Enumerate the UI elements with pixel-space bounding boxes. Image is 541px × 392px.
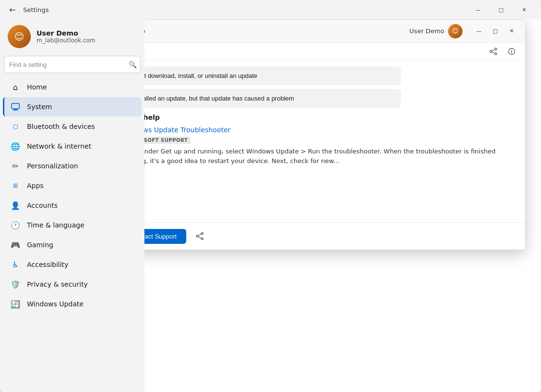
navigation: ⌂ Home System ⬡ Bluetooth & dev [0, 77, 144, 314]
sidebar-item-accounts[interactable]: 👤 Accounts [3, 196, 142, 215]
user-name: User Demo [37, 29, 95, 37]
sidebar-item-system[interactable]: System [3, 97, 142, 116]
sidebar-item-label: Windows Update [27, 300, 84, 308]
sidebar-item-label: Apps [27, 182, 44, 190]
sidebar-item-gaming[interactable]: 🎮 Gaming [3, 235, 142, 254]
dialog-title: Get Help [144, 27, 145, 35]
accessibility-icon: ♿ [11, 260, 20, 269]
minimize-button[interactable]: — [467, 2, 489, 17]
search-icon: 🔍 [129, 61, 137, 68]
sidebar-item-label: Network & internet [27, 142, 91, 150]
svg-point-13 [201, 238, 203, 240]
dialog-close-button[interactable]: ✕ [504, 25, 519, 38]
more-help-title: More help [144, 114, 515, 121]
time-icon: 🕐 [11, 220, 20, 230]
help-source-badge: MICROSOFT SUPPORT [144, 137, 191, 144]
windows-update-troubleshooter-link[interactable]: Windows Update Troubleshooter [144, 126, 515, 134]
apps-icon: ⊞ [11, 181, 20, 190]
dialog-window-controls: — □ ✕ [471, 25, 519, 38]
search-container: 🔍 [4, 56, 141, 73]
settings-window: ← Settings — □ ✕ 😊 User Demo m_lab@outlo… [0, 0, 541, 392]
svg-rect-2 [13, 110, 18, 111]
suggestion-download-button[interactable]: I can't download, install, or uninstall … [144, 66, 401, 85]
svg-line-7 [492, 52, 495, 53]
back-button[interactable]: ← [6, 3, 19, 16]
sidebar-item-privacy[interactable]: 🛡️ Privacy & security [3, 275, 142, 294]
sidebar-item-label: Personalization [27, 162, 78, 170]
get-help-overlay: Get Help User Demo 😊 — □ ✕ [144, 19, 541, 392]
help-description: Next, under Get up and running, select W… [144, 147, 515, 165]
user-profile: 😊 User Demo m_lab@outlook.com [0, 19, 144, 56]
svg-point-11 [201, 233, 203, 235]
sidebar-item-label: Accounts [27, 202, 58, 209]
svg-line-6 [492, 50, 495, 51]
dialog-toolbar [144, 43, 525, 61]
user-email: m_lab@outlook.com [37, 37, 95, 44]
avatar: 😊 [8, 25, 31, 48]
close-button[interactable]: ✕ [513, 2, 535, 17]
dialog-user: User Demo 😊 [410, 24, 463, 38]
svg-point-12 [196, 235, 198, 237]
suggestion-installed-button[interactable]: I installed an update, but that update h… [144, 89, 401, 108]
dialog-footer: Contact Support [144, 222, 525, 250]
titlebar: ← Settings — □ ✕ [0, 0, 541, 19]
sidebar-item-label: Privacy & security [27, 280, 88, 288]
svg-point-10 [511, 50, 512, 51]
sidebar-item-label: Time & language [27, 221, 84, 229]
svg-line-15 [198, 237, 201, 239]
sidebar-item-bluetooth[interactable]: ⬡ Bluetooth & devices [3, 117, 142, 136]
footer-share-button[interactable] [192, 228, 207, 244]
sidebar-item-time[interactable]: 🕐 Time & language [3, 215, 142, 235]
info-toolbar-button[interactable] [504, 45, 519, 58]
maximize-button[interactable]: □ [490, 2, 512, 17]
accounts-icon: 👤 [11, 201, 20, 210]
svg-point-4 [490, 51, 492, 52]
sidebar-item-personalization[interactable]: ✏️ Personalization [3, 156, 142, 176]
sidebar-item-label: System [27, 103, 52, 111]
svg-line-14 [198, 234, 201, 236]
svg-rect-0 [12, 103, 19, 109]
svg-point-3 [495, 48, 497, 50]
sidebar-item-accessibility[interactable]: ♿ Accessibility [3, 255, 142, 274]
dialog-maximize-button[interactable]: □ [488, 25, 503, 38]
user-info: User Demo m_lab@outlook.com [37, 29, 95, 44]
dialog-username: User Demo [410, 27, 444, 35]
window-controls: — □ ✕ [467, 2, 535, 17]
sidebar-item-windows-update[interactable]: 🔄 Windows Update [3, 294, 142, 314]
home-icon: ⌂ [11, 82, 20, 92]
network-icon: 🌐 [11, 141, 20, 151]
dialog-titlebar: Get Help User Demo 😊 — □ ✕ [144, 20, 525, 43]
sidebar-item-apps[interactable]: ⊞ Apps [3, 176, 142, 195]
share-toolbar-button[interactable] [486, 45, 501, 58]
main-area: 😊 User Demo m_lab@outlook.com 🔍 ⌂ Home [0, 19, 541, 392]
bluetooth-icon: ⬡ [11, 122, 20, 131]
sidebar-item-label: Home [27, 83, 47, 91]
get-help-dialog: Get Help User Demo 😊 — □ ✕ [144, 19, 526, 250]
sidebar-item-home[interactable]: ⌂ Home [3, 77, 142, 97]
content-area: System > Troubleshoot > Other troublesho… [144, 19, 541, 392]
system-icon [11, 102, 20, 112]
dialog-avatar: 😊 [448, 24, 463, 38]
svg-point-5 [495, 53, 497, 55]
avatar-image: 😊 [8, 25, 31, 48]
gaming-icon: 🎮 [11, 240, 20, 250]
sidebar: 😊 User Demo m_lab@outlook.com 🔍 ⌂ Home [0, 19, 144, 392]
sidebar-item-network[interactable]: 🌐 Network & internet [3, 137, 142, 156]
titlebar-title: Settings [23, 6, 467, 13]
dialog-minimize-button[interactable]: — [471, 25, 487, 38]
contact-support-button[interactable]: Contact Support [144, 229, 186, 244]
sidebar-item-label: Gaming [27, 241, 53, 249]
sidebar-item-label: Bluetooth & devices [27, 123, 95, 130]
personalization-icon: ✏️ [11, 161, 20, 171]
search-input[interactable] [4, 56, 141, 73]
sidebar-item-label: Accessibility [27, 261, 68, 268]
dialog-body: I can't download, install, or uninstall … [144, 61, 525, 222]
windows-update-icon: 🔄 [11, 299, 20, 309]
privacy-icon: 🛡️ [11, 279, 20, 289]
